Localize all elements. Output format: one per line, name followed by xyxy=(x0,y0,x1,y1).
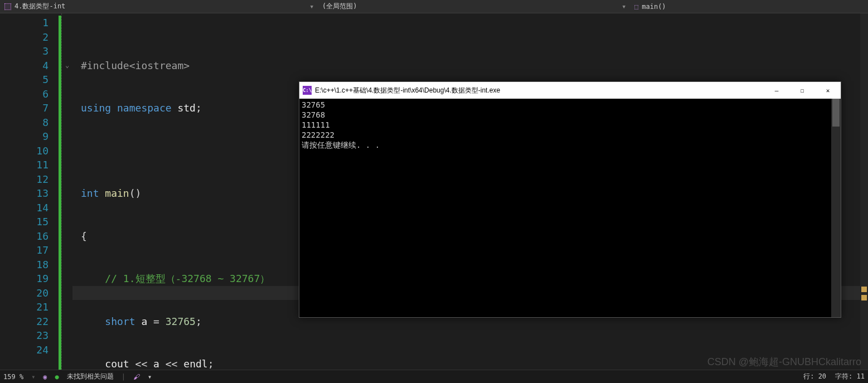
console-line: 2222222 xyxy=(302,130,838,140)
line-number: 2 xyxy=(0,30,49,45)
scrollbar-thumb[interactable] xyxy=(832,99,840,127)
scope-dropdown[interactable]: (全局范围) ▼ xyxy=(318,0,630,13)
line-number: 24 xyxy=(0,343,49,357)
broadcast-icon[interactable]: ◉ xyxy=(43,373,47,381)
chevron-down-icon: ▼ xyxy=(623,4,625,9)
breadcrumb-bar: 4.数据类型-int ▼ (全局范围) ▼ ⬚ main() xyxy=(0,0,868,13)
line-number: 5 xyxy=(0,72,49,87)
line-number: 13 xyxy=(0,186,49,201)
line-number: 18 xyxy=(0,258,49,272)
brush-icon[interactable]: 🖌 xyxy=(133,373,140,381)
line-number: 6 xyxy=(0,87,49,101)
line-number: 22 xyxy=(0,314,49,329)
line-number: 17 xyxy=(0,243,49,258)
console-title: E:\c++\1.c++基础\4.数据类型-int\x64\Debug\4.数据… xyxy=(315,86,764,95)
console-line: 32765 xyxy=(302,100,838,110)
function-dropdown[interactable]: ⬚ main() xyxy=(630,0,671,13)
console-window: C:\ E:\c++\1.c++基础\4.数据类型-int\x64\Debug\… xyxy=(299,81,841,318)
fold-column: ⌄ xyxy=(61,13,72,370)
file-dropdown[interactable]: 4.数据类型-int ▼ xyxy=(0,0,318,13)
line-number: 20 xyxy=(0,286,49,300)
console-line: 32768 xyxy=(302,110,838,120)
cursor-char: 字符: 11 xyxy=(835,372,865,381)
line-number-gutter: 1 2 3 4 5 6 7 8 9 10 11 12 13 14 15 16 1… xyxy=(0,13,59,370)
status-ok-icon: ● xyxy=(55,373,59,381)
console-output[interactable]: 32765 32768 111111 2222222 请按任意键继续. . . xyxy=(299,99,841,317)
console-scrollbar[interactable] xyxy=(831,99,841,317)
func-label: main() xyxy=(642,3,666,11)
cube-icon: ⬚ xyxy=(634,3,638,11)
cursor-line: 行: 20 xyxy=(803,372,826,381)
console-titlebar[interactable]: C:\ E:\c++\1.c++基础\4.数据类型-int\x64\Debug\… xyxy=(299,82,841,99)
line-number: 3 xyxy=(0,44,49,59)
console-line: 111111 xyxy=(302,120,838,130)
close-button[interactable]: ✕ xyxy=(815,82,841,99)
filename-label: 4.数据类型-int xyxy=(14,2,65,11)
line-number: 9 xyxy=(0,129,49,144)
line-number: 4 xyxy=(0,59,49,73)
line-number: 15 xyxy=(0,215,49,229)
line-number: 11 xyxy=(0,158,49,172)
status-bar: 159 % ▾ ◉ ● 未找到相关问题 | 🖌 ▾ 行: 20 字符: 11 xyxy=(0,370,868,383)
line-number: 7 xyxy=(0,101,49,115)
maximize-button[interactable]: ☐ xyxy=(789,82,815,99)
line-number: 1 xyxy=(0,16,49,30)
line-number: 10 xyxy=(0,144,49,158)
line-number: 14 xyxy=(0,201,49,215)
console-line: 请按任意键继续. . . xyxy=(302,140,838,150)
chevron-down-icon: ▼ xyxy=(311,4,313,9)
line-number: 23 xyxy=(0,328,49,343)
minimize-button[interactable]: — xyxy=(764,82,789,99)
scrollbar-marker xyxy=(861,295,867,300)
vertical-scrollbar[interactable] xyxy=(860,13,868,370)
zoom-level[interactable]: 159 % xyxy=(3,373,23,381)
line-number: 19 xyxy=(0,272,49,286)
line-number: 21 xyxy=(0,300,49,314)
console-icon: C:\ xyxy=(303,86,312,95)
fold-toggle[interactable]: ⌄ xyxy=(62,59,72,73)
line-number: 16 xyxy=(0,229,49,244)
scrollbar-marker xyxy=(861,287,867,292)
line-number: 12 xyxy=(0,172,49,187)
scope-label: (全局范围) xyxy=(322,2,357,11)
file-icon xyxy=(4,3,11,10)
line-number: 8 xyxy=(0,115,49,130)
issues-label[interactable]: 未找到相关问题 xyxy=(67,372,114,381)
